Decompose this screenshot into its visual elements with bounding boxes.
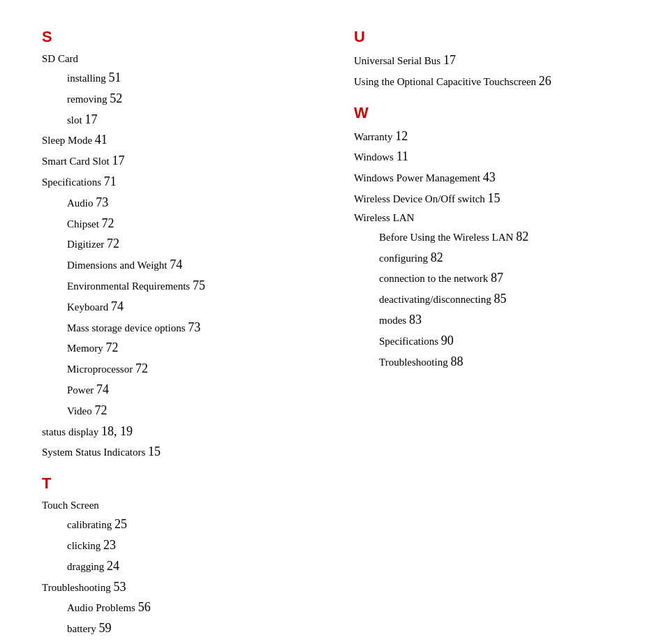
index-entry: connection to the network 87 [379,268,610,288]
index-entry: Digitizer 72 [67,234,298,254]
entry-text: Smart Card Slot [42,156,112,167]
entry-number: 72 [95,403,108,417]
index-entry: Audio 73 [67,193,298,213]
entry-text: Troubleshooting [379,357,450,368]
entry-number: 11 [397,149,408,163]
index-entry: Windows 11 [354,147,610,167]
entry-text: Audio [67,197,96,209]
entry-number: 73 [96,195,108,209]
entry-text: battery [67,623,98,634]
index-entry: configuring 82 [379,248,610,268]
index-entry: Memory 72 [67,338,298,358]
index-entry: Power 74 [67,380,298,400]
entry-number: 88 [450,354,463,368]
section-block: WWarranty 12Windows 11Windows Power Mana… [354,104,610,372]
entry-number: 72 [107,237,119,250]
section-letter: U [354,28,610,46]
section-letter: W [354,104,610,122]
entry-number: 85 [494,292,507,306]
entry-number: 75 [193,278,205,292]
entry-text: Environmental Requirements [67,280,193,292]
index-entry: SD Card [42,50,298,67]
index-entry: Wireless Device On/Off switch 15 [354,188,610,209]
entry-text: removing [67,93,110,105]
index-entry: Troubleshooting 53 [42,577,298,597]
index-entry: removing 52 [67,89,298,109]
entry-number: 59 [98,621,111,635]
entry-number: 82 [431,250,443,264]
entry-text: dragging [67,561,107,572]
index-entry: battery 59 [67,618,298,638]
index-entry: display 60 [67,639,298,644]
right-column: UUniversal Serial Bus 17Using the Option… [326,28,610,644]
entry-text: Warranty [354,131,395,142]
entry-text: Memory [67,343,105,354]
entry-text: Wireless LAN [354,212,414,223]
section-block: SSD Cardinstalling 51removing 52slot 17S… [42,28,298,462]
entry-text: Mass storage device options [67,322,188,334]
entry-number: 43 [483,170,496,184]
index-entry: Video 72 [67,400,298,421]
index-entry: Specifications 71 [42,172,298,192]
entry-number: 83 [409,313,422,327]
entry-number: 52 [110,91,122,105]
index-entry: status display 18, 19 [42,421,298,442]
entry-number: 24 [107,559,119,573]
entry-number: 51 [109,70,121,84]
section-block: UUniversal Serial Bus 17Using the Option… [354,28,610,91]
entry-text: Wireless Device On/Off switch [354,193,488,204]
index-entry: Environmental Requirements 75 [67,276,298,296]
entry-number: 72 [102,216,114,230]
index-entry: Audio Problems 56 [67,597,298,617]
index-entry: Sleep Mode 41 [42,130,298,150]
index-entry: deactivating/disconnecting 85 [379,289,610,309]
index-entry: Before Using the Wireless LAN 82 [379,227,610,247]
entry-number: 17 [112,153,124,167]
index-entry: Specifications 90 [379,331,610,351]
entry-text: Digitizer [67,239,107,250]
entry-text: installing [67,73,109,84]
entry-number: 87 [491,271,503,285]
entry-text: Sleep Mode [42,135,95,146]
entry-number: 53 [113,580,126,594]
index-entry: modes 83 [379,310,610,330]
section-letter: T [42,474,298,493]
index-entry: Mass storage device options 73 [67,317,298,338]
left-column: SSD Cardinstalling 51removing 52slot 17S… [42,28,326,644]
entry-number: 56 [138,600,151,614]
index-entry: Warranty 12 [354,126,610,147]
index-entry: Wireless LAN [354,209,610,226]
entry-text: calibrating [67,519,114,530]
entry-text: status display [42,426,101,437]
entry-number: 74 [170,257,182,271]
entry-text: modes [379,315,409,326]
entry-number: 71 [104,174,117,188]
entry-text: Windows [354,151,397,163]
index-entry: Troubleshooting 88 [379,352,610,372]
entry-text: Keyboard [67,301,111,313]
index-entry: installing 51 [67,68,298,88]
index-entry: Dimensions and Weight 74 [67,255,298,275]
entry-text: slot [67,114,84,126]
index-entry: Touch Screen [42,497,298,514]
entry-text: System Status Indicators [42,447,148,458]
entry-text: Chipset [67,218,102,230]
entry-text: Microprocessor [67,364,135,375]
entry-text: Audio Problems [67,602,138,613]
entry-number: 15 [148,444,161,458]
entry-number: 74 [96,382,109,396]
index-entry: clicking 23 [67,535,298,555]
index-entry: Keyboard 74 [67,297,298,317]
index-entry: Universal Serial Bus 17 [354,50,610,70]
entry-number: 82 [516,230,528,244]
entry-text: Troubleshooting [42,582,113,593]
index-entry: Smart Card Slot 17 [42,151,298,171]
index-entry: calibrating 25 [67,514,298,534]
entry-number: 12 [395,129,408,143]
entry-number: 23 [103,538,116,552]
entry-number: 41 [95,133,108,147]
index-entry: Microprocessor 72 [67,359,298,379]
index-entry: Using the Optional Capacitive Touchscree… [354,71,610,91]
index-entry: Chipset 72 [67,214,298,234]
entry-text: Specifications [42,177,104,188]
